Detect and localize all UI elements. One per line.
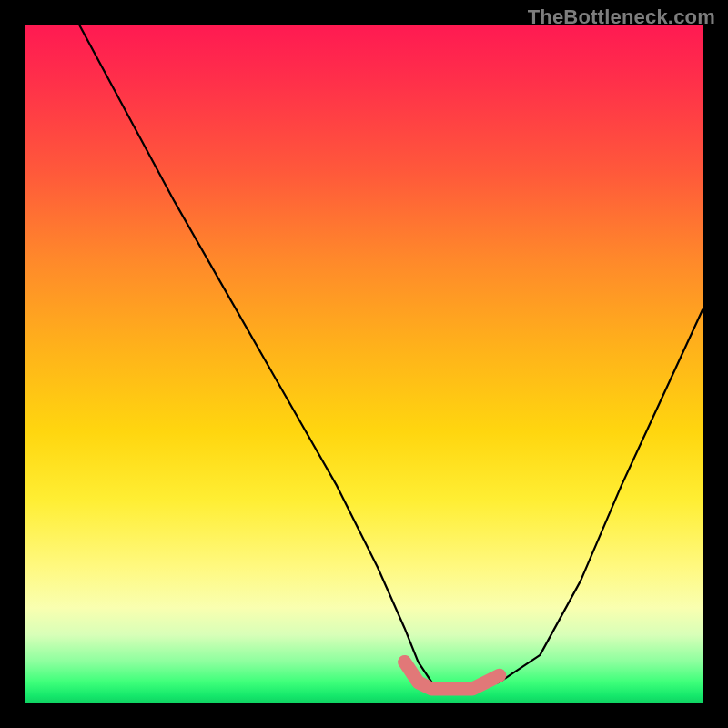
bottleneck-curve-line — [80, 25, 703, 689]
watermark-text: TheBottleneck.com — [528, 5, 715, 29]
bottleneck-optimal-range-marker — [405, 662, 500, 689]
chart-frame — [25, 25, 703, 703]
bottleneck-curve-plot — [25, 25, 703, 703]
